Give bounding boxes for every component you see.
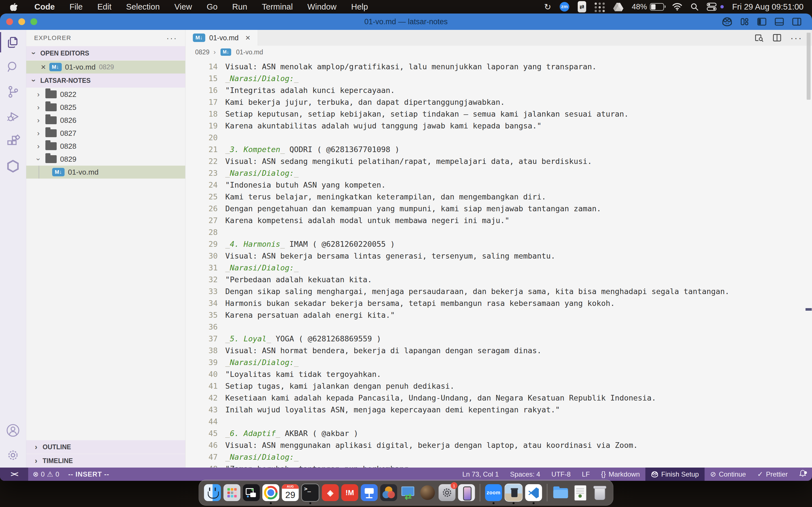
shortcuts-menu-icon[interactable]: ⇄ bbox=[578, 0, 586, 13]
folder-row-0827[interactable]: ›0827 bbox=[26, 127, 185, 140]
window-title-bar[interactable]: 01-vo.md — latsar-notes bbox=[0, 13, 812, 30]
battery-indicator[interactable]: 48% bbox=[632, 0, 664, 13]
code-line-33[interactable]: 33Dengan sikap saling menghargai, menjag… bbox=[186, 286, 812, 297]
menu-clock[interactable]: Fri 29 Aug 09:51:00 bbox=[732, 2, 804, 11]
folder-row-0828[interactable]: ›0828 bbox=[26, 140, 185, 153]
code-line-29[interactable]: 29_4. Harmonis_ IMAM ( @6281260220055 ) bbox=[186, 238, 812, 250]
dock-vscode[interactable] bbox=[525, 484, 542, 501]
language-mode[interactable]: {}Markdown bbox=[596, 467, 645, 481]
activity-explorer[interactable] bbox=[0, 30, 26, 55]
code-line-41[interactable]: 41Setiap tugas, kami jalankan dengan pen… bbox=[186, 380, 812, 392]
code-line-34[interactable]: 34Harmonis bukan sekadar bekerja bersama… bbox=[186, 297, 812, 309]
activity-source-control[interactable] bbox=[0, 79, 26, 104]
menu-selection[interactable]: Selection bbox=[119, 0, 167, 13]
activity-extensions[interactable] bbox=[0, 129, 26, 154]
code-line-44[interactable]: 44 bbox=[186, 416, 812, 428]
dock-planet-app[interactable] bbox=[419, 484, 436, 501]
problems-indicator[interactable]: ⊗ 0 ⚠ 0 bbox=[28, 467, 64, 481]
activity-search[interactable] bbox=[0, 55, 26, 79]
code-line-47[interactable]: 47_Narasi/Dialog:_ bbox=[186, 451, 812, 463]
menu-file[interactable]: File bbox=[62, 0, 90, 13]
notifications[interactable] bbox=[794, 467, 812, 481]
code-line-23[interactable]: 23_Narasi/Dialog:_ bbox=[186, 167, 812, 179]
close-editor-icon[interactable]: × bbox=[41, 62, 46, 72]
timeline-header[interactable]: › TIMELINE bbox=[26, 454, 185, 467]
minimize-window-button[interactable] bbox=[18, 18, 25, 25]
customize-layout-icon[interactable] bbox=[740, 17, 749, 26]
folder-row-0826[interactable]: ›0826 bbox=[26, 114, 185, 127]
dock-trash[interactable] bbox=[591, 484, 608, 501]
dock-launchpad[interactable] bbox=[223, 484, 241, 501]
open-editors-header[interactable]: › OPEN EDITORS bbox=[26, 46, 185, 60]
dock-finder[interactable] bbox=[204, 484, 221, 501]
more-actions-icon[interactable]: ··· bbox=[790, 36, 802, 39]
open-preview-icon[interactable] bbox=[754, 33, 764, 43]
toggle-secondary-sidebar-icon[interactable] bbox=[792, 17, 802, 26]
activity-accounts[interactable] bbox=[0, 418, 26, 443]
code-line-27[interactable]: 27Karena kompetensi adalah modal untuk m… bbox=[186, 215, 812, 226]
eol[interactable]: LF bbox=[576, 467, 596, 481]
dock-zoom[interactable]: zoom bbox=[485, 484, 502, 501]
workspace-header[interactable]: › LATSAR-NOTES bbox=[26, 73, 185, 88]
code-line-38[interactable]: 38Visual: ASN hormat bendera, bekerja di… bbox=[186, 345, 812, 356]
zoom-menu-icon[interactable]: zm bbox=[560, 0, 569, 13]
dots-grid-icon[interactable] bbox=[595, 0, 605, 13]
close-window-button[interactable] bbox=[6, 18, 13, 25]
code-editor[interactable]: 14Visual: ASN menolak amplop/gratifikasi… bbox=[186, 59, 812, 467]
dock-chrome[interactable] bbox=[262, 484, 280, 501]
activity-run-debug[interactable] bbox=[0, 104, 26, 129]
code-line-15[interactable]: 15_Narasi/Dialog:_ bbox=[186, 73, 812, 84]
activity-settings[interactable] bbox=[0, 443, 26, 467]
split-editor-icon[interactable] bbox=[772, 33, 782, 43]
code-line-48[interactable]: 48"Zaman berubah, tantangan pun berkemba… bbox=[186, 463, 812, 467]
breadcrumb-file[interactable]: 01-vo.md bbox=[236, 48, 263, 56]
tab-close-icon[interactable]: × bbox=[245, 33, 250, 43]
breadcrumb-folder[interactable]: 0829 bbox=[195, 48, 209, 56]
code-line-30[interactable]: 30Visual: ASN bekerja bersama lintas gen… bbox=[186, 250, 812, 262]
dock-red-arrows-app[interactable]: ◈ bbox=[322, 484, 339, 501]
code-line-22[interactable]: 22Visual: ASN sedang mengikuti pelatihan… bbox=[186, 156, 812, 167]
code-line-16[interactable]: 16"Integritas adalah kunci kepercayaan. bbox=[186, 84, 812, 96]
code-line-37[interactable]: 37_5. Loyal_ YOGA ( @6281268869559 ) bbox=[186, 333, 812, 345]
drive-icon[interactable] bbox=[613, 0, 623, 13]
code-line-14[interactable]: 14Visual: ASN menolak amplop/gratifikasi… bbox=[186, 61, 812, 73]
menu-run[interactable]: Run bbox=[225, 0, 255, 13]
code-line-40[interactable]: 40"Loyalitas kami tidak tergoyahkan. bbox=[186, 369, 812, 380]
dock-system-settings[interactable]: 1 bbox=[439, 484, 456, 501]
zoom-window-button[interactable] bbox=[31, 18, 37, 25]
code-line-17[interactable]: 17Kami bekerja jujur, terbuka, dan dapat… bbox=[186, 96, 812, 108]
dock-im-app[interactable]: !M bbox=[342, 484, 358, 501]
code-line-19[interactable]: 19Karena akuntabilitas adalah wujud tang… bbox=[186, 120, 812, 132]
code-line-20[interactable]: 20 bbox=[186, 132, 812, 144]
toggle-panel-icon[interactable] bbox=[774, 17, 784, 26]
menu-go[interactable]: Go bbox=[199, 0, 225, 13]
dock-terminal[interactable]: >_ bbox=[301, 484, 319, 502]
file-row-01-vo.md[interactable]: M↓01-vo.md bbox=[26, 166, 185, 179]
code-line-42[interactable]: 42Kesetiaan kami adalah kepada Pancasila… bbox=[186, 392, 812, 404]
sync-status-icon[interactable]: ↻ bbox=[544, 0, 551, 13]
menu-code[interactable]: Code bbox=[27, 0, 62, 13]
outline-header[interactable]: › OUTLINE bbox=[26, 440, 185, 454]
code-line-35[interactable]: 35Karena persatuan adalah energi kita." bbox=[186, 309, 812, 321]
remote-indicator[interactable]: >< bbox=[0, 467, 28, 481]
code-line-32[interactable]: 32"Perbedaan adalah kekuatan kita. bbox=[186, 274, 812, 286]
copilot-icon[interactable] bbox=[722, 17, 732, 26]
tab-01-vo-md[interactable]: M↓ 01-vo.md × bbox=[186, 30, 258, 46]
open-editor-item[interactable]: ×M↓01-vo.md0829 bbox=[26, 61, 185, 73]
code-line-43[interactable]: 43Inilah wujud loyalitas ASN, menjaga ke… bbox=[186, 404, 812, 416]
vim-mode-indicator[interactable]: -- INSERT -- bbox=[64, 467, 114, 481]
indentation[interactable]: Spaces: 4 bbox=[504, 467, 546, 481]
code-line-28[interactable]: 28 bbox=[186, 226, 812, 238]
spotlight-search-icon[interactable] bbox=[691, 0, 698, 13]
dock-document-stack[interactable] bbox=[572, 484, 589, 501]
code-line-21[interactable]: 21_3. Kompeten_ QODRI ( @6281367701098 ) bbox=[186, 144, 812, 156]
copilot-finish-setup[interactable]: Finish Setup bbox=[645, 467, 704, 481]
code-line-45[interactable]: 45_6. Adaptif_ AKBAR ( @akbar ) bbox=[186, 428, 812, 439]
dock-window-manager-app[interactable] bbox=[243, 484, 260, 501]
toggle-primary-sidebar-icon[interactable] bbox=[757, 17, 767, 26]
prettier[interactable]: ✓Prettier bbox=[752, 467, 794, 481]
code-line-39[interactable]: 39_Narasi/Dialog:_ bbox=[186, 356, 812, 369]
menu-edit[interactable]: Edit bbox=[90, 0, 119, 13]
code-line-25[interactable]: 25Kami terus belajar, meningkatkan keter… bbox=[186, 191, 812, 203]
editor-scrollbar[interactable] bbox=[807, 33, 811, 100]
